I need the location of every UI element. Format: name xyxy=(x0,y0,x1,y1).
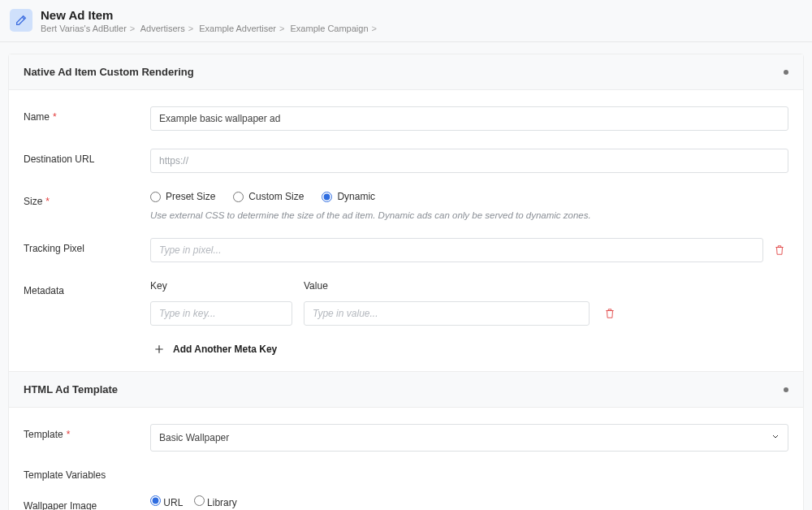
dynamic-size-radio[interactable]: Dynamic xyxy=(322,191,375,202)
template-select[interactable]: Basic Wallpaper xyxy=(150,424,788,452)
name-label: Name* xyxy=(24,106,150,123)
tracking-pixel-label: Tracking Pixel xyxy=(24,238,150,254)
name-input[interactable] xyxy=(150,106,788,131)
wallpaper-image-label: Wallpaper Image xyxy=(24,495,150,510)
destination-url-label: Destination URL xyxy=(24,149,150,165)
metadata-value-heading: Value xyxy=(304,280,788,292)
section-header-html-template[interactable]: HTML Ad Template xyxy=(9,371,803,408)
template-variables-heading: Template Variables xyxy=(24,469,150,481)
metadata-value-input[interactable] xyxy=(304,301,590,326)
plus-icon xyxy=(153,344,165,355)
custom-size-radio[interactable]: Custom Size xyxy=(233,191,304,202)
page-header: New Ad Item Bert Varias's AdButler> Adve… xyxy=(0,0,812,42)
section-title-html: HTML Ad Template xyxy=(24,383,118,395)
delete-metadata-button[interactable] xyxy=(601,308,619,319)
breadcrumb-item[interactable]: Example Campaign xyxy=(291,24,369,33)
collapse-dot-icon xyxy=(784,70,788,75)
breadcrumb-item[interactable]: Bert Varias's AdButler xyxy=(41,24,127,33)
wallpaper-url-radio[interactable]: URL xyxy=(150,497,183,508)
section-native-ad: Native Ad Item Custom Rendering Name* De… xyxy=(8,54,804,510)
delete-tracking-button[interactable] xyxy=(771,244,788,256)
collapse-dot-icon xyxy=(784,387,788,392)
page-title: New Ad Item xyxy=(41,8,380,22)
edit-icon xyxy=(10,9,32,32)
wallpaper-library-radio[interactable]: Library xyxy=(194,497,237,508)
size-hint: Use external CSS to determine the size o… xyxy=(150,210,788,220)
metadata-key-heading: Key xyxy=(150,280,292,292)
preset-size-radio[interactable]: Preset Size xyxy=(150,191,215,202)
metadata-key-input[interactable] xyxy=(150,301,292,326)
tracking-pixel-input[interactable] xyxy=(150,238,763,262)
destination-url-input[interactable] xyxy=(150,149,788,173)
add-metadata-button[interactable]: Add Another Meta Key xyxy=(150,344,788,355)
breadcrumb: Bert Varias's AdButler> Advertisers> Exa… xyxy=(41,24,380,33)
template-label: Template* xyxy=(24,424,150,440)
section-header-native[interactable]: Native Ad Item Custom Rendering xyxy=(9,54,803,90)
breadcrumb-item[interactable]: Advertisers xyxy=(140,24,185,33)
metadata-label: Metadata xyxy=(24,280,150,296)
section-title: Native Ad Item Custom Rendering xyxy=(24,66,194,78)
size-label: Size* xyxy=(24,191,150,207)
breadcrumb-item[interactable]: Example Advertiser xyxy=(199,24,276,33)
